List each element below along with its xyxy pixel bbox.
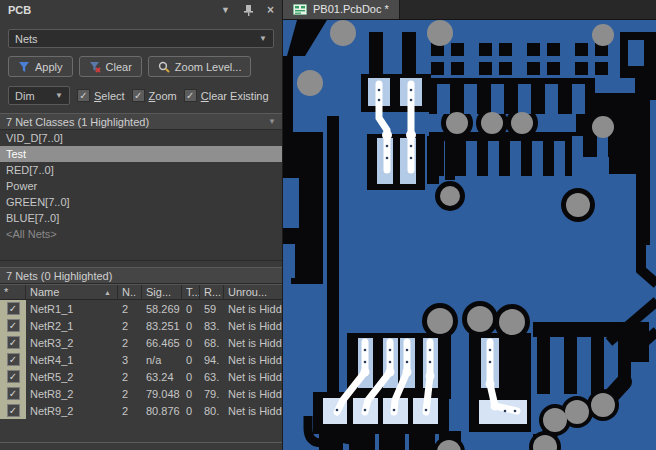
net-nodes: 2 <box>118 320 142 332</box>
close-icon[interactable]: × <box>267 3 274 17</box>
row-checkbox[interactable]: ✓ <box>7 370 20 383</box>
panel-menu-arrow-icon[interactable]: ▼ <box>221 5 230 15</box>
editor-area: PB01.PcbDoc * <box>283 0 656 450</box>
net-class-item[interactable]: Power <box>0 178 282 194</box>
net-t: 0 <box>182 371 200 383</box>
nets-table-body: ✓ NetR1_1 2 58.269 0 59 Net is Hidden ✓ … <box>0 300 282 419</box>
net-unrouted: Net is Hidden <box>224 303 282 315</box>
net-t: 0 <box>182 320 200 332</box>
row-checkbox[interactable]: ✓ <box>7 302 20 315</box>
browse-mode-value: Nets <box>15 33 38 45</box>
net-class-item[interactable]: GREEN[7..0] <box>0 194 282 210</box>
net-signal-length: 83.251 <box>142 320 182 332</box>
table-row[interactable]: ✓ NetR1_1 2 58.269 0 59 Net is Hidden <box>0 300 282 317</box>
column-header-star[interactable]: * <box>0 285 26 299</box>
net-class-item[interactable]: VID_D[7..0] <box>0 130 282 146</box>
select-checkbox[interactable]: ✓ Select <box>77 89 125 102</box>
nets-table-header[interactable]: * Name ▲ N.. Sig... T... R... Unrou... <box>0 284 282 300</box>
pcbdoc-icon <box>293 4 307 15</box>
net-name: NetR8_2 <box>26 388 118 400</box>
net-class-item[interactable]: BLUE[7..0] <box>0 210 282 226</box>
net-signal-length: 66.465 <box>142 337 182 349</box>
apply-button-label: Apply <box>35 61 63 73</box>
select-checkbox-label: Select <box>94 90 125 102</box>
table-row[interactable]: ✓ NetR4_1 3 n/a 0 94. Net is Hidden <box>0 351 282 368</box>
net-t: 0 <box>182 405 200 417</box>
clear-button[interactable]: Clear <box>79 56 142 77</box>
row-checkbox[interactable]: ✓ <box>7 336 20 349</box>
net-class-item-selected[interactable]: Test <box>0 146 282 162</box>
net-r: 68. <box>200 337 224 349</box>
column-header-t[interactable]: T... <box>182 285 200 299</box>
net-r: 79. <box>200 388 224 400</box>
net-signal-length: 58.269 <box>142 303 182 315</box>
column-header-signal[interactable]: Sig... <box>142 285 182 299</box>
column-header-nodes[interactable]: N.. <box>118 285 142 299</box>
chevron-down-icon: ▼ <box>259 34 267 43</box>
net-name: NetR1_1 <box>26 303 118 315</box>
dim-options-row: Dim ▼ ✓ Select ✓ Zoom ✓ Clear Existing <box>8 86 282 105</box>
net-class-item-all-nets[interactable]: <All Nets> <box>0 226 282 242</box>
net-nodes: 2 <box>118 405 142 417</box>
net-nodes: 2 <box>118 388 142 400</box>
net-r: 83. <box>200 320 224 332</box>
nets-header-label: 7 Nets (0 Highlighted) <box>6 270 112 282</box>
panel-toolbar: Apply Clear Zoom Level... <box>8 56 274 77</box>
column-header-r[interactable]: R... <box>200 285 224 299</box>
row-checkbox[interactable]: ✓ <box>7 387 20 400</box>
magnifier-icon <box>158 61 170 73</box>
clear-existing-checkbox-label: Clear Existing <box>201 90 269 102</box>
table-row[interactable]: ✓ NetR2_1 2 83.251 0 83. Net is Hidden <box>0 317 282 334</box>
panel-header: PCB ▼ × <box>0 0 282 20</box>
row-checkbox[interactable]: ✓ <box>7 404 20 417</box>
zoom-level-button[interactable]: Zoom Level... <box>148 56 252 77</box>
net-class-item[interactable]: RED[7..0] <box>0 162 282 178</box>
tab-label: PB01.PcbDoc * <box>313 3 389 15</box>
net-name: NetR4_1 <box>26 354 118 366</box>
column-header-name[interactable]: Name ▲ <box>26 285 118 299</box>
table-row[interactable]: ✓ NetR5_2 2 63.24 0 63. Net is Hidden <box>0 368 282 385</box>
net-unrouted: Net is Hidden <box>224 371 282 383</box>
net-signal-length: 80.876 <box>142 405 182 417</box>
checkbox-check-icon: ✓ <box>77 89 90 102</box>
dim-mode-value: Dim <box>15 90 35 102</box>
zoom-level-button-label: Zoom Level... <box>175 61 242 73</box>
net-name: NetR5_2 <box>26 371 118 383</box>
dim-mode-select[interactable]: Dim ▼ <box>8 86 70 105</box>
net-name: NetR2_1 <box>26 320 118 332</box>
net-r: 59 <box>200 303 224 315</box>
filter-clear-icon <box>89 61 101 73</box>
pcb-canvas[interactable] <box>283 20 656 450</box>
column-header-unrouted[interactable]: Unrou... <box>224 285 282 299</box>
net-t: 0 <box>182 303 200 315</box>
chevron-down-icon: ▼ <box>55 91 63 100</box>
table-row[interactable]: ✓ NetR9_2 2 80.876 0 80. Net is Hidden <box>0 402 282 419</box>
panel-title: PCB <box>8 4 31 16</box>
checkbox-cell: ✓ <box>0 385 26 402</box>
net-classes-header-label: 7 Net Classes (1 Highlighted) <box>6 116 149 128</box>
table-row[interactable]: ✓ NetR3_2 2 66.465 0 68. Net is Hidden <box>0 334 282 351</box>
clear-existing-checkbox[interactable]: ✓ Clear Existing <box>184 89 269 102</box>
tab-pb01-pcbdoc[interactable]: PB01.PcbDoc * <box>283 0 400 19</box>
net-r: 80. <box>200 405 224 417</box>
net-nodes: 3 <box>118 354 142 366</box>
sort-ascending-icon: ▲ <box>104 289 111 296</box>
row-checkbox[interactable]: ✓ <box>7 319 20 332</box>
net-t: 0 <box>182 337 200 349</box>
zoom-checkbox[interactable]: ✓ Zoom <box>132 89 177 102</box>
apply-button[interactable]: Apply <box>8 56 73 77</box>
net-signal-length: 79.048 <box>142 388 182 400</box>
net-nodes: 2 <box>118 303 142 315</box>
table-row[interactable]: ✓ NetR8_2 2 79.048 0 79. Net is Hidden <box>0 385 282 402</box>
net-classes-header[interactable]: 7 Net Classes (1 Highlighted) ▼ <box>0 113 282 130</box>
nets-header[interactable]: 7 Nets (0 Highlighted) <box>0 267 282 284</box>
checkbox-cell: ✓ <box>0 402 26 419</box>
row-checkbox[interactable]: ✓ <box>7 353 20 366</box>
checkbox-cell: ✓ <box>0 317 26 334</box>
net-r: 94. <box>200 354 224 366</box>
net-t: 0 <box>182 388 200 400</box>
panel-splitter[interactable] <box>0 442 282 443</box>
net-nodes: 2 <box>118 337 142 349</box>
pin-icon[interactable] <box>244 5 253 16</box>
browse-mode-select[interactable]: Nets ▼ <box>8 29 274 48</box>
